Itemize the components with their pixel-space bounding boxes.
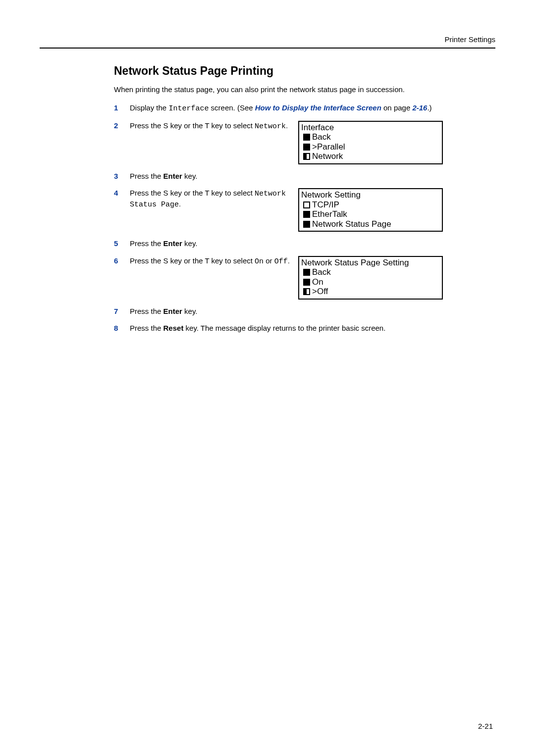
step-body: Press the Reset key. The message display…	[130, 323, 495, 333]
step-number: 5	[114, 239, 123, 249]
step-number: 4	[114, 188, 123, 198]
code-text: Interface	[168, 104, 209, 113]
step-body: Display the Interface screen. (See How t…	[130, 103, 495, 114]
marker-icon	[303, 288, 310, 295]
text: .	[286, 121, 288, 130]
lcd-title: Network Setting	[301, 190, 440, 200]
lcd-item: Back	[312, 267, 331, 277]
lcd-display-interface: Interface Back >Parallel Network	[298, 121, 443, 164]
text: or	[264, 256, 274, 265]
step-number: 3	[114, 171, 123, 181]
code-text: On	[255, 257, 264, 266]
lcd-item: >Parallel	[312, 142, 345, 152]
text: Press the	[130, 239, 163, 248]
step-body: Press the S key or the T key to select N…	[130, 121, 495, 164]
marker-icon	[303, 221, 310, 228]
page-ref-link[interactable]: 2-16	[412, 103, 427, 112]
step-number: 2	[114, 121, 123, 131]
step-3: 3 Press the Enter key.	[114, 171, 495, 181]
text: Press the	[130, 307, 163, 315]
lcd-item: EtherTalk	[312, 209, 347, 219]
text: key.	[182, 239, 198, 248]
text: key. The message display returns to the …	[183, 324, 385, 332]
text: key.	[182, 307, 198, 315]
step-body: Press the S key or the T key to select N…	[130, 188, 495, 232]
bold-text: Enter	[163, 172, 182, 180]
step-8: 8 Press the Reset key. The message displ…	[114, 323, 495, 333]
code-text: Network	[255, 122, 286, 131]
step-body: Press the Enter key.	[130, 239, 495, 249]
text: Press the	[130, 172, 163, 180]
bold-text: Enter	[163, 307, 182, 315]
lcd-item: TCP/IP	[312, 200, 339, 210]
step-body: Press the Enter key.	[130, 306, 495, 316]
text: Press the S key or the T key to select	[130, 121, 255, 130]
lcd-item: Network Status Page	[312, 219, 391, 229]
page-number: 2-21	[478, 721, 493, 731]
step-body: Press the Enter key.	[130, 171, 495, 181]
marker-icon	[303, 153, 310, 160]
marker-icon	[303, 279, 310, 286]
step-1: 1 Display the Interface screen. (See How…	[114, 103, 495, 114]
header-label: Printer Settings	[40, 35, 495, 49]
text: Press the	[130, 324, 163, 332]
text: .	[179, 200, 181, 208]
step-5: 5 Press the Enter key.	[114, 239, 495, 249]
marker-icon	[303, 202, 310, 208]
step-2: 2 Press the S key or the T key to select…	[114, 121, 495, 164]
marker-icon	[303, 211, 310, 218]
lcd-item: On	[312, 277, 323, 287]
bold-text: Reset	[163, 324, 184, 332]
marker-icon	[303, 144, 310, 151]
bold-text: Enter	[163, 239, 182, 248]
step-number: 8	[114, 323, 123, 333]
step-6: 6 Press the S key or the T key to select…	[114, 256, 495, 300]
lcd-item: Back	[312, 132, 331, 142]
step-number: 1	[114, 103, 123, 113]
step-body: Press the S key or the T key to select O…	[130, 256, 495, 300]
lcd-title: Interface	[301, 123, 440, 133]
step-4: 4 Press the S key or the T key to select…	[114, 188, 495, 232]
step-7: 7 Press the Enter key.	[114, 306, 495, 316]
marker-icon	[303, 134, 310, 141]
text: on page	[381, 103, 413, 112]
xref-link[interactable]: How to Display the Interface Screen	[255, 103, 381, 112]
lcd-title: Network Status Page Setting	[301, 258, 440, 268]
intro-text: When printing the status page, you can a…	[114, 85, 495, 95]
document-page: Printer Settings Network Status Page Pri…	[0, 0, 535, 756]
text: screen. (See	[209, 103, 255, 112]
step-number: 7	[114, 306, 123, 316]
section-title: Network Status Page Printing	[114, 63, 495, 79]
content-area: Network Status Page Printing When printi…	[40, 49, 495, 333]
lcd-item: >Off	[312, 287, 328, 297]
marker-icon	[303, 269, 310, 276]
text: key.	[182, 172, 198, 180]
lcd-display-status-page-setting: Network Status Page Setting Back On >Off	[298, 256, 443, 300]
text: Press the S key or the T key to select	[130, 189, 255, 197]
lcd-display-network-setting: Network Setting TCP/IP EtherTalk Network…	[298, 188, 443, 232]
text: .)	[427, 103, 431, 112]
step-number: 6	[114, 256, 123, 266]
text: Display the	[130, 103, 168, 112]
lcd-item: Network	[312, 151, 343, 161]
text: .	[288, 256, 290, 265]
code-text: Off	[274, 257, 288, 266]
text: Press the S key or the T key to select	[130, 256, 255, 265]
